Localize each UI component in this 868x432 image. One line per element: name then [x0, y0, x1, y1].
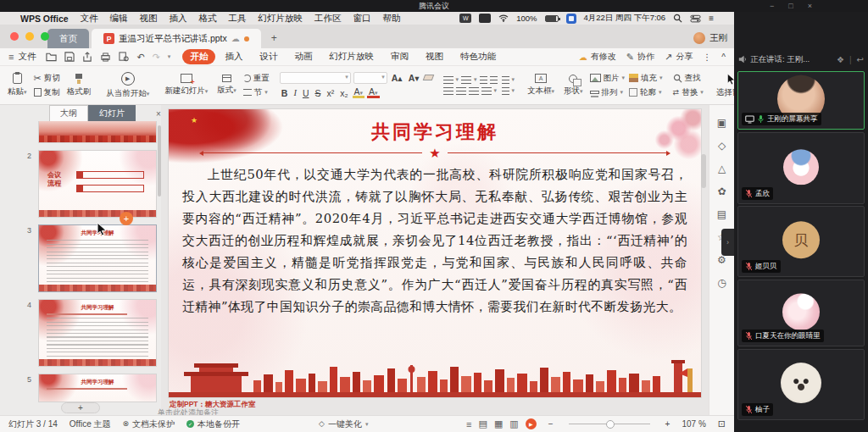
slide-body-text[interactable]: 上世纪50年代，以交通大学为代表的一批高校、科研院所积极响应党和国家号召，投入大…	[182, 163, 687, 318]
outline-view-tab[interactable]: 大纲	[49, 105, 88, 122]
menubar-item-insert[interactable]: 插入	[170, 13, 187, 25]
menubar-item-window[interactable]: 窗口	[353, 13, 371, 25]
beautify-button[interactable]: ◇一键美化▾	[319, 418, 368, 430]
home-tab[interactable]: 首页	[47, 29, 89, 48]
menubar-datetime[interactable]: 4月22日 周四 下午7:06	[584, 13, 666, 24]
task-pane-icon-layout[interactable]: ▤	[717, 208, 726, 220]
print-icon[interactable]	[100, 53, 111, 62]
task-pane-icon-animation[interactable]: △	[718, 163, 726, 174]
find-button[interactable]: 查找	[673, 73, 704, 84]
text-direction-icon[interactable]	[502, 87, 509, 95]
new-slide-button[interactable]: 新建幻灯片▾	[162, 74, 210, 97]
slides-view-tab[interactable]: 幻灯片	[88, 105, 136, 122]
ribbon-tab-animation[interactable]: 动画	[287, 49, 320, 64]
slide-canvas-area[interactable]: 共同学习理解 ★ 上世纪50年代，以交通大学为代表的一批高校、科研院所积极响应党…	[161, 105, 709, 415]
thumbnail-slide-5[interactable]: 5 共同学习理解	[38, 374, 157, 402]
decrease-indent-icon[interactable]	[480, 76, 487, 84]
ribbon-tab-insert[interactable]: 插入	[217, 49, 250, 64]
zoom-traffic-light[interactable]	[41, 32, 49, 41]
sidebar-collapse-handle[interactable]: ›	[721, 229, 734, 256]
increase-indent-icon[interactable]	[490, 76, 498, 84]
picture-button[interactable]: 图片▾	[590, 73, 626, 84]
theme-name[interactable]: Office 主题	[70, 418, 111, 430]
participant-tile-screenshare[interactable]: 王刚的屏幕共享	[737, 71, 865, 130]
task-pane-icon-settings[interactable]: ⚙	[717, 254, 726, 266]
slide-title[interactable]: 共同学习理解	[169, 119, 701, 145]
ribbon-tab-design[interactable]: 设计	[252, 49, 285, 64]
zoom-slider[interactable]	[569, 424, 650, 424]
menubar-item-file[interactable]: 文件	[81, 13, 98, 25]
quick-add-slide-button[interactable]: +	[120, 212, 133, 225]
font-name-select[interactable]	[280, 72, 351, 84]
play-from-current-button[interactable]: ▶从当前开始▾	[103, 72, 152, 99]
numbering-icon[interactable]	[461, 76, 471, 84]
more-options-icon[interactable]: ⋮	[703, 53, 711, 62]
sorter-view-icon[interactable]: ▦	[494, 418, 503, 429]
reset-button[interactable]: 重置	[243, 73, 270, 84]
save-icon[interactable]	[64, 52, 75, 62]
collaborate-button[interactable]: ✎协作	[626, 51, 654, 63]
layout-button[interactable]: 版式▾	[214, 75, 239, 96]
minimize-traffic-light[interactable]	[25, 32, 34, 41]
replace-button[interactable]: ⇄替换▾	[673, 87, 704, 98]
notes-view-icon[interactable]: ≡	[466, 419, 471, 429]
fill-button[interactable]: 填充▾	[629, 73, 663, 84]
undo-icon[interactable]: ↶	[136, 52, 144, 63]
account-area[interactable]: 王刚	[693, 32, 727, 44]
outline-button[interactable]: 轮廓▾	[629, 87, 663, 98]
menubar-item-view[interactable]: 视图	[140, 13, 158, 25]
print-preview-icon[interactable]	[119, 52, 129, 62]
shapes-button[interactable]: 形状▾	[561, 75, 586, 97]
input-method-badge[interactable]: W	[459, 14, 471, 23]
notification-center-icon[interactable]: ≡	[709, 14, 714, 23]
layout-switch-icon[interactable]: ❖	[837, 55, 844, 64]
font-color-button[interactable]: A▾	[367, 87, 380, 99]
menubar-item-tools[interactable]: 工具	[229, 13, 247, 25]
zoom-slider-knob[interactable]	[606, 420, 615, 429]
menubar-item-slideshow[interactable]: 幻灯片放映	[259, 13, 303, 25]
ribbon-tab-special[interactable]: 特色功能	[453, 49, 504, 64]
task-pane-icon-properties[interactable]: ▣	[717, 117, 726, 129]
add-slide-button[interactable]: +	[61, 402, 100, 413]
main-menu-icon[interactable]: ≡	[8, 53, 14, 62]
menubar-item-workspace[interactable]: 工作区	[314, 13, 342, 25]
slideshow-play-button[interactable]: ▶	[526, 418, 537, 429]
share-button[interactable]: ↗分享	[665, 51, 693, 63]
superscript-button[interactable]: x²	[325, 88, 336, 98]
align-left-icon[interactable]	[443, 87, 453, 95]
quick-access-dropdown-icon[interactable]: ▾	[168, 53, 171, 60]
window-close-button[interactable]: ×	[808, 2, 812, 10]
normal-view-icon[interactable]: ▤	[479, 418, 487, 429]
zoom-level[interactable]: 107 %	[682, 419, 705, 429]
ribbon-tab-home[interactable]: 开始	[182, 49, 215, 64]
participant-tile[interactable]: 孟欣	[737, 132, 865, 204]
ribbon-tab-slideshow[interactable]: 幻灯片放映	[321, 49, 381, 64]
menubar-item-help[interactable]: 帮助	[383, 13, 401, 25]
italic-button[interactable]: I	[292, 88, 298, 97]
line-spacing-icon[interactable]	[502, 76, 509, 84]
collapse-ribbon-icon[interactable]: ^	[721, 53, 726, 62]
section-button[interactable]: 节▾	[243, 87, 270, 98]
strikethrough-button[interactable]: S	[313, 88, 322, 98]
shrink-font-button[interactable]: A▾	[407, 73, 421, 83]
close-traffic-light[interactable]	[10, 32, 19, 41]
bullets-icon[interactable]	[443, 76, 453, 84]
protection-status[interactable]: ⊗文档未保护	[123, 418, 175, 430]
export-icon[interactable]	[82, 52, 92, 62]
file-menu-button[interactable]: 文件	[18, 51, 36, 63]
ribbon-tab-review[interactable]: 审阅	[383, 49, 416, 64]
canvas-scrollbar[interactable]	[701, 154, 706, 188]
thumbnail-slide-2[interactable]: 2 会议流程	[38, 150, 157, 218]
task-pane-icon-design[interactable]: ✿	[717, 186, 726, 197]
backup-status[interactable]: ✓本地备份开	[186, 418, 240, 430]
back-arrow-icon[interactable]: ↩	[857, 55, 864, 64]
redo-icon[interactable]: ↷	[153, 52, 160, 63]
menubar-item-format[interactable]: 格式	[199, 13, 217, 25]
zoom-in-button[interactable]: +	[665, 419, 670, 429]
zoom-out-button[interactable]: −	[548, 419, 554, 429]
task-pane-icon-history[interactable]: ◷	[717, 277, 726, 289]
menubar-item-edit[interactable]: 编辑	[110, 13, 128, 25]
grow-font-button[interactable]: A▴	[390, 73, 404, 83]
keyboard-badge[interactable]	[479, 14, 491, 23]
participant-tile[interactable]: 柚子	[737, 349, 865, 420]
